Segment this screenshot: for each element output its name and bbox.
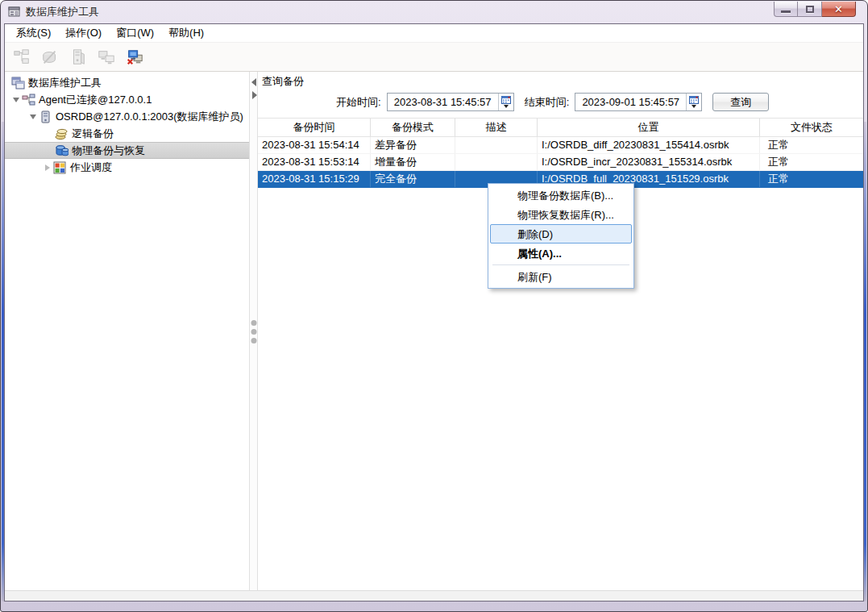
collapse-right-icon[interactable] (252, 91, 257, 99)
start-time-input[interactable]: 2023-08-31 15:45:57 (387, 93, 514, 111)
physical-backup-icon (55, 144, 69, 157)
status-bar (5, 590, 863, 601)
cell-backup-time: 2023-08-31 15:54:14 (258, 137, 371, 153)
query-filter-row: 开始时间: 2023-08-31 15:45:57 (258, 86, 863, 118)
window-title: 数据库维护工具 (26, 5, 99, 19)
window-controls: ✕ (774, 2, 856, 17)
column-header-backup-time[interactable]: 备份时间 (258, 119, 371, 136)
toolbar (5, 43, 863, 72)
column-header-backup-mode[interactable]: 备份模式 (371, 119, 455, 136)
query-button[interactable]: 查询 (712, 93, 769, 111)
tree-item-agent[interactable]: Agent已连接@127.0.0.1 (5, 91, 249, 108)
minimize-icon (781, 10, 791, 13)
database-server-icon (39, 110, 52, 123)
window-frame: 数据库维护工具 ✕ 系统(S) 操作(O) 窗口(W) 帮助(H) (0, 0, 868, 612)
close-button[interactable]: ✕ (822, 2, 856, 17)
app-icon (8, 6, 21, 19)
start-time-label: 开始时间: (336, 95, 381, 110)
expander-down-icon[interactable] (10, 94, 22, 106)
menu-window[interactable]: 窗口(W) (109, 23, 161, 43)
tree-item-label: Agent已连接@127.0.0.1 (35, 93, 152, 107)
tree-item-osrdb[interactable]: OSRDB@127.0.0.1:2003(数据库维护员) (5, 108, 249, 125)
menu-help[interactable]: 帮助(H) (161, 23, 211, 43)
menu-item-physical-restore-database[interactable]: 物理恢复数据库(R)... (490, 205, 632, 224)
logical-backup-icon (55, 127, 69, 140)
end-time-value: 2023-09-01 15:45:57 (575, 96, 686, 108)
disconnect-agent-icon[interactable] (124, 47, 145, 68)
tree-item-label: OSRDB@127.0.0.1:2003(数据库维护员) (52, 110, 243, 124)
splitter-grip[interactable] (251, 320, 256, 343)
backup-query-panel: 查询备份 开始时间: 2023-08-31 15:45:57 (258, 72, 863, 590)
menu-item-properties[interactable]: 属性(A)... (490, 244, 632, 263)
column-header-description[interactable]: 描述 (455, 119, 538, 136)
panel-title: 查询备份 (258, 72, 863, 86)
job-schedule-icon (53, 161, 67, 174)
table-header-row: 备份时间 备份模式 描述 位置 文件状态 (258, 119, 863, 137)
end-time-label: 结束时间: (525, 95, 570, 110)
tree-item-label: 作业调度 (67, 160, 112, 175)
menu-item-refresh[interactable]: 刷新(F) (490, 267, 632, 286)
cell-backup-time: 2023-08-31 15:53:14 (258, 154, 371, 170)
cell-backup-mode: 完全备份 (371, 171, 455, 187)
agent-connection-icon (22, 94, 35, 106)
connect-agent-icon[interactable] (11, 47, 32, 68)
menu-item-delete[interactable]: 删除(D) (490, 224, 632, 244)
tree-item-label: 逻辑备份 (69, 127, 114, 141)
calendar-dropdown-icon (691, 105, 696, 108)
navigation-tree: 数据库维护工具 Agent已连接@127.0.0.1 (5, 72, 249, 590)
restore-icon (806, 6, 814, 13)
expander-right-icon[interactable] (42, 162, 53, 173)
menu-separator (492, 264, 629, 265)
cell-location: I:/OSRDB_diff_20230831_155414.osrbk (538, 137, 760, 153)
restore-button[interactable] (798, 2, 822, 17)
minimize-button[interactable] (774, 2, 798, 17)
network-computers-icon[interactable] (96, 47, 117, 68)
tree-item-logical-backup[interactable]: 逻辑备份 (5, 125, 249, 142)
cell-file-status: 正常 (760, 137, 863, 153)
cell-backup-mode: 差异备份 (371, 137, 455, 153)
main-area: 数据库维护工具 Agent已连接@127.0.0.1 (5, 72, 863, 590)
cell-location: I:/OSRDB_incr_20230831_155314.osrbk (538, 154, 760, 170)
menu-item-physical-backup-database[interactable]: 物理备份数据库(B)... (490, 185, 632, 205)
cell-backup-time: 2023-08-31 15:15:29 (258, 171, 371, 187)
start-time-calendar-button[interactable] (498, 94, 513, 110)
collapse-left-icon[interactable] (251, 78, 256, 86)
context-menu: 物理备份数据库(B)... 物理恢复数据库(R)... 删除(D) 属性(A).… (488, 183, 634, 289)
tree-item-label: 数据库维护工具 (25, 76, 102, 90)
table-row[interactable]: 2023-08-31 15:54:14 差异备份 I:/OSRDB_diff_2… (258, 137, 863, 154)
start-time-value: 2023-08-31 15:45:57 (388, 96, 498, 108)
end-time-calendar-button[interactable] (686, 94, 701, 110)
backup-database-icon[interactable] (39, 47, 60, 68)
cell-file-status: 正常 (760, 154, 863, 170)
menu-system[interactable]: 系统(S) (9, 23, 58, 43)
cell-description (455, 137, 538, 153)
tool-root-icon (11, 77, 25, 90)
titlebar[interactable]: 数据库维护工具 ✕ (1, 1, 867, 23)
menu-bar: 系统(S) 操作(O) 窗口(W) 帮助(H) (5, 24, 863, 43)
table-row[interactable]: 2023-08-31 15:53:14 增量备份 I:/OSRDB_incr_2… (258, 154, 863, 171)
close-icon: ✕ (834, 4, 843, 15)
tree-item-label: 物理备份与恢复 (69, 144, 145, 158)
server-manage-icon[interactable] (68, 47, 89, 68)
tree-item-root[interactable]: 数据库维护工具 (5, 74, 249, 91)
tree-item-physical-backup[interactable]: 物理备份与恢复 (5, 142, 249, 159)
tree-item-job-schedule[interactable]: 作业调度 (5, 159, 249, 176)
expander-down-icon[interactable] (27, 111, 39, 123)
panel-splitter[interactable] (249, 72, 258, 590)
client-area: 系统(S) 操作(O) 窗口(W) 帮助(H) (4, 23, 864, 602)
calendar-dropdown-icon (504, 105, 509, 108)
menu-operation[interactable]: 操作(O) (58, 23, 109, 43)
cell-backup-mode: 增量备份 (371, 154, 455, 170)
end-time-input[interactable]: 2023-09-01 15:45:57 (575, 93, 702, 111)
cell-file-status: 正常 (760, 171, 863, 187)
cell-description (455, 154, 538, 170)
column-header-file-status[interactable]: 文件状态 (760, 119, 863, 136)
column-header-location[interactable]: 位置 (538, 119, 760, 136)
